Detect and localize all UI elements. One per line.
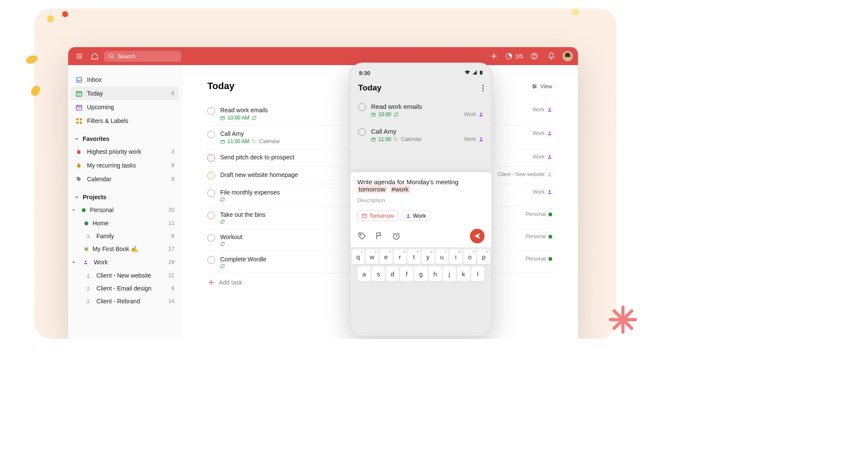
count: 9 bbox=[171, 176, 174, 182]
notifications-button[interactable] bbox=[545, 50, 557, 62]
keyboard-key[interactable]: d bbox=[386, 266, 399, 281]
keyboard-key[interactable]: j bbox=[443, 266, 456, 281]
keyboard-key[interactable]: e3 bbox=[380, 249, 392, 264]
project-name: Work bbox=[464, 111, 476, 117]
task-project[interactable]: Work bbox=[533, 107, 552, 113]
sidebar-project-book[interactable]: My First Book ✍️ 17 bbox=[80, 242, 179, 255]
sidebar-project-home[interactable]: Home 11 bbox=[80, 217, 179, 230]
more-menu-button[interactable] bbox=[482, 85, 484, 91]
view-label: View bbox=[540, 83, 552, 90]
count: 29 bbox=[168, 259, 174, 265]
task-project[interactable]: Work bbox=[533, 154, 552, 160]
label-button[interactable] bbox=[357, 231, 367, 241]
sidebar-projects-header[interactable]: Projects bbox=[71, 191, 179, 203]
keyboard-key[interactable]: a bbox=[358, 266, 371, 281]
project-chip[interactable]: Work bbox=[401, 210, 430, 221]
filters-icon bbox=[75, 117, 83, 125]
keyboard-key[interactable]: o9 bbox=[464, 249, 476, 264]
keyboard-key[interactable]: p0 bbox=[477, 249, 490, 264]
home-button[interactable] bbox=[89, 50, 101, 62]
sidebar-project-client3[interactable]: Client - Rebrand 14 bbox=[80, 295, 179, 308]
keyboard-key[interactable]: f bbox=[400, 266, 413, 281]
person-icon bbox=[84, 232, 92, 240]
sidebar-today[interactable]: 21 Today 8 bbox=[71, 87, 179, 100]
help-button[interactable] bbox=[528, 50, 540, 62]
phone-page-title: Today bbox=[358, 83, 382, 93]
task-project[interactable]: Work bbox=[464, 111, 484, 117]
sidebar-project-work[interactable]: Work 29 bbox=[71, 255, 179, 269]
sidebar-fav-priority[interactable]: Highest priority work 3 bbox=[71, 145, 179, 159]
task-project[interactable]: Work bbox=[533, 189, 552, 195]
count: 3 bbox=[171, 149, 174, 155]
count: 6 bbox=[171, 285, 174, 291]
submit-button[interactable] bbox=[470, 229, 485, 243]
project-dot bbox=[548, 213, 552, 216]
task-project[interactable]: Personal bbox=[526, 211, 552, 217]
task-checkbox[interactable] bbox=[207, 256, 215, 264]
task-project[interactable]: Personal bbox=[526, 256, 552, 262]
sidebar-project-personal[interactable]: Personal 20 bbox=[71, 203, 179, 217]
keyboard-key[interactable]: w2 bbox=[366, 249, 379, 264]
svg-point-45 bbox=[549, 173, 551, 174]
sidebar-project-family[interactable]: Family 8 bbox=[80, 230, 179, 242]
sidebar-label: Client - Rebrand bbox=[96, 298, 140, 305]
task-checkbox[interactable] bbox=[207, 107, 215, 115]
due-date-chip[interactable]: Tomorrow bbox=[357, 210, 398, 221]
keyboard-key[interactable]: k bbox=[457, 266, 470, 281]
count: 8 bbox=[171, 90, 174, 96]
sidebar-upcoming[interactable]: Upcoming bbox=[71, 100, 179, 114]
task-project[interactable]: Work bbox=[464, 136, 484, 142]
progress-counter[interactable]: 2/5 bbox=[505, 52, 523, 60]
task-checkbox[interactable] bbox=[207, 189, 215, 197]
hamburger-button[interactable] bbox=[73, 50, 85, 62]
sidebar-fav-recurring[interactable]: My recurring tasks 8 bbox=[71, 159, 179, 172]
task-checkbox[interactable] bbox=[207, 234, 215, 242]
task-checkbox[interactable] bbox=[207, 172, 215, 180]
search-input[interactable]: Search bbox=[104, 51, 181, 62]
task-checkbox[interactable] bbox=[358, 103, 366, 111]
description-placeholder[interactable]: Description bbox=[357, 197, 485, 204]
task-checkbox[interactable] bbox=[207, 212, 215, 219]
task-project[interactable]: Personal bbox=[526, 234, 552, 239]
keyboard-key[interactable]: l bbox=[471, 266, 484, 281]
task-checkbox[interactable] bbox=[358, 128, 366, 136]
person-icon bbox=[547, 154, 552, 159]
keyboard-key[interactable]: u7 bbox=[436, 249, 449, 264]
task-checkbox[interactable] bbox=[207, 154, 215, 162]
keyboard-key[interactable]: q1 bbox=[352, 249, 365, 264]
svg-rect-25 bbox=[79, 121, 81, 123]
svg-line-62 bbox=[396, 236, 398, 237]
task-time: 10:00 bbox=[378, 111, 391, 117]
add-task-button[interactable] bbox=[488, 50, 500, 62]
sidebar-fav-calendar[interactable]: Calendar 9 bbox=[71, 172, 179, 186]
svg-rect-56 bbox=[362, 214, 367, 218]
calendar-icon bbox=[362, 213, 367, 219]
avatar[interactable] bbox=[563, 51, 573, 61]
composer-text-input[interactable]: Write agenda for Monday's meeting tomorr… bbox=[357, 178, 485, 193]
sidebar-project-client1[interactable]: Client - New website 21 bbox=[80, 269, 179, 282]
keyboard-key[interactable]: g bbox=[414, 266, 427, 281]
task-project[interactable]: Client - New website bbox=[498, 171, 552, 177]
keyboard-key[interactable]: y6 bbox=[422, 249, 434, 264]
task-title: Read work emails bbox=[371, 103, 459, 110]
sidebar-favorites-header[interactable]: Favorites bbox=[71, 133, 179, 145]
task-project[interactable]: Work bbox=[533, 130, 552, 136]
keyboard-key[interactable]: r4 bbox=[394, 249, 407, 264]
phone-task-row[interactable]: Call Amy 11:00 Calendar Work bbox=[350, 123, 491, 147]
sidebar-project-client2[interactable]: Client - Email design 6 bbox=[80, 282, 179, 295]
keyboard-key[interactable]: i8 bbox=[449, 249, 462, 264]
reminder-button[interactable] bbox=[392, 231, 401, 241]
keyboard-key[interactable]: t5 bbox=[407, 249, 420, 264]
person-icon bbox=[84, 297, 92, 305]
keyboard-key[interactable]: h bbox=[429, 266, 442, 281]
sidebar-filters[interactable]: Filters & Labels bbox=[71, 114, 179, 128]
task-checkbox[interactable] bbox=[207, 131, 215, 138]
svg-point-27 bbox=[87, 234, 89, 236]
view-button[interactable]: View bbox=[531, 83, 552, 90]
keyboard-key[interactable]: s bbox=[372, 266, 385, 281]
sidebar-label: Filters & Labels bbox=[87, 117, 128, 124]
phone-task-row[interactable]: Read work emails 10:00 Work bbox=[350, 98, 491, 123]
sidebar-inbox[interactable]: Inbox bbox=[71, 73, 179, 87]
svg-point-7 bbox=[109, 54, 113, 57]
priority-button[interactable] bbox=[374, 231, 384, 241]
